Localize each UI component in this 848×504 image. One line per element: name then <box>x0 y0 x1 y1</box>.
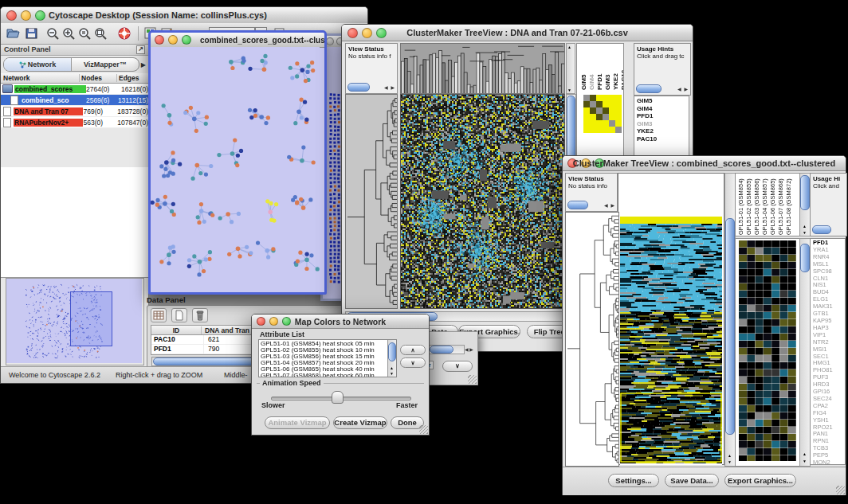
minimize-button[interactable] <box>21 10 31 21</box>
col-edges[interactable]: Edges <box>117 74 148 82</box>
network-tree-row[interactable]: combined_scores2764(0)16218(0) <box>1 84 148 95</box>
matrix-cell[interactable] <box>603 101 609 107</box>
tab-overflow-icon[interactable]: ▶ <box>141 61 146 68</box>
tab-vizmapper[interactable]: VizMapper™ <box>72 58 139 71</box>
network-name[interactable]: DNA and Tran 07 <box>14 107 83 115</box>
tv2-export-graphics-button[interactable]: Export Graphics... <box>724 474 796 487</box>
matrix-cell[interactable] <box>583 127 590 133</box>
minimize-button[interactable] <box>168 35 178 45</box>
open-session-icon[interactable] <box>6 26 22 41</box>
matrix-cell[interactable] <box>609 101 615 107</box>
tv1-column-dendrogram[interactable] <box>400 43 565 94</box>
tv2-heatmap[interactable] <box>620 212 722 465</box>
scroll-up-icon[interactable]: ▲ <box>803 224 807 229</box>
zoom-selected-icon[interactable] <box>77 26 93 41</box>
tv2-gene-label[interactable]: MON2 <box>813 459 845 465</box>
zoom-button[interactable] <box>35 10 45 21</box>
tv1-gene-label[interactable]: PAC10 <box>637 135 689 143</box>
matrix-cell[interactable] <box>596 95 603 101</box>
scroll-left-icon[interactable]: ◀ <box>384 85 389 90</box>
matrix-cell[interactable] <box>603 114 609 120</box>
matrix-cell[interactable] <box>609 114 615 120</box>
tv1-usage-scrollbar[interactable]: ◀ ▶ <box>636 84 689 93</box>
attribute-list-vscrollbar[interactable]: ▲ ▼ <box>387 340 396 377</box>
network-tree-row[interactable]: RNAPuberNov2+563(0)107847(0) <box>1 117 148 128</box>
tv2-gene-list[interactable]: PFD1YRA1RNR4MSL1SPC98CLN1NIS1BUD4ELG1MAK… <box>810 238 846 465</box>
matrix-cell[interactable] <box>590 120 596 127</box>
main-titlebar[interactable]: Cytoscape Desktop (Session Name: collins… <box>1 7 367 24</box>
create-vizmap-button[interactable]: Create Vizmap <box>333 416 387 429</box>
matrix-cell[interactable] <box>583 101 590 107</box>
close-button[interactable] <box>326 37 334 45</box>
tv2-status-scrollbar[interactable]: ◀ ▶ <box>567 201 615 209</box>
matrix-cell[interactable] <box>615 107 622 114</box>
matrix-cell[interactable] <box>596 107 603 114</box>
tv2-vscroll-thumb[interactable] <box>725 218 735 435</box>
tv2-genelist-scrollbar[interactable]: ▲ ▼ <box>799 238 811 467</box>
dialog-titlebar[interactable]: Map Colors to Network <box>252 315 429 329</box>
tv2-settings-button[interactable]: Settings... <box>608 474 659 487</box>
new-attribute-icon[interactable] <box>171 308 187 322</box>
scroll-down-icon[interactable]: ▼ <box>567 88 571 92</box>
dp-col-id[interactable]: ID <box>151 326 202 334</box>
scroll-down-icon[interactable]: ▼ <box>803 459 807 463</box>
matrix-cell[interactable] <box>615 95 622 101</box>
tab-network[interactable]: Network <box>4 58 72 71</box>
network-name[interactable]: combined_scores <box>14 85 86 93</box>
move-down-button[interactable]: ∨ <box>400 357 426 368</box>
tv1-gene-label[interactable]: YKE2 <box>637 127 689 135</box>
matrix-cell[interactable] <box>583 120 590 127</box>
close-button[interactable] <box>155 35 164 45</box>
zoom-fit-icon[interactable] <box>93 26 109 41</box>
matrix-cell[interactable] <box>596 101 603 107</box>
tv1-status-scrollbar[interactable]: ◀ ▶ <box>347 83 395 92</box>
attribute-scroll-thumb[interactable] <box>388 342 396 361</box>
network-overview-canvas[interactable] <box>6 279 142 363</box>
matrix-cell[interactable] <box>603 127 609 133</box>
tv2-vscrollbar[interactable]: ▲ ▼ <box>724 173 736 467</box>
tv1-gene-label[interactable]: GIM3 <box>637 120 689 128</box>
scroll-thumb[interactable] <box>347 83 370 92</box>
matrix-cell[interactable] <box>609 95 615 101</box>
zoom-in-icon[interactable] <box>61 26 77 41</box>
scroll-left-icon[interactable]: ◀ <box>604 203 609 208</box>
close-button[interactable] <box>6 10 17 21</box>
matrix-cell[interactable] <box>590 114 596 120</box>
fragment-scroll-arrows[interactable]: ◀ ▶ <box>465 346 473 352</box>
scroll-down-icon[interactable]: ▼ <box>803 230 807 235</box>
matrix-cell[interactable] <box>603 107 609 114</box>
matrix-cell[interactable] <box>583 114 590 120</box>
network-name[interactable]: combined_sco <box>21 96 86 104</box>
tv1-heatmap[interactable] <box>400 94 565 309</box>
col-nodes[interactable]: Nodes <box>80 74 117 82</box>
matrix-cell[interactable] <box>615 114 622 120</box>
matrix-cell[interactable] <box>603 120 609 127</box>
scroll-up-icon[interactable]: ▲ <box>390 365 394 370</box>
matrix-cell[interactable] <box>596 114 603 120</box>
tv2-save-data-button[interactable]: Save Data... <box>665 474 719 487</box>
attribute-listbox[interactable]: GPL51-01 (GSM854) heat shock 05 minGPL51… <box>258 339 397 377</box>
scroll-up-icon[interactable]: ▲ <box>567 45 571 49</box>
treeview1-titlebar[interactable]: ClusterMaker TreeView : DNA and Tran 07-… <box>342 25 693 41</box>
tv1-row-dendrogram[interactable] <box>345 94 398 309</box>
matrix-cell[interactable] <box>609 107 615 114</box>
scroll-thumb[interactable] <box>636 84 662 93</box>
scroll-right-icon[interactable]: ▶ <box>684 87 689 92</box>
scroll-thumb[interactable] <box>800 244 810 272</box>
matrix-cell[interactable] <box>590 107 596 114</box>
network-overview-panel[interactable] <box>6 278 144 365</box>
attribute-item[interactable]: GPL51-07 (GSM868) heat shock 60 min <box>261 373 387 377</box>
matrix-cell[interactable] <box>603 95 609 101</box>
matrix-cell[interactable] <box>609 120 615 127</box>
tv1-gene-label[interactable]: GIM5 <box>637 97 689 105</box>
zoom-button[interactable] <box>182 35 191 45</box>
scroll-right-icon[interactable]: ▶ <box>610 203 615 208</box>
tv1-gene-label[interactable]: GIM4 <box>637 105 689 113</box>
tv1-mini-scrollbar[interactable]: ▲ ▼ <box>566 43 575 94</box>
matrix-cell[interactable] <box>615 127 622 133</box>
network-canvas[interactable] <box>151 47 320 287</box>
scroll-right-icon[interactable]: ▶ <box>391 85 395 90</box>
matrix-cell[interactable] <box>583 95 590 101</box>
move-up-button[interactable]: ∧ <box>400 345 426 355</box>
animate-vizmap-button[interactable]: Animate Vizmap <box>265 416 330 429</box>
